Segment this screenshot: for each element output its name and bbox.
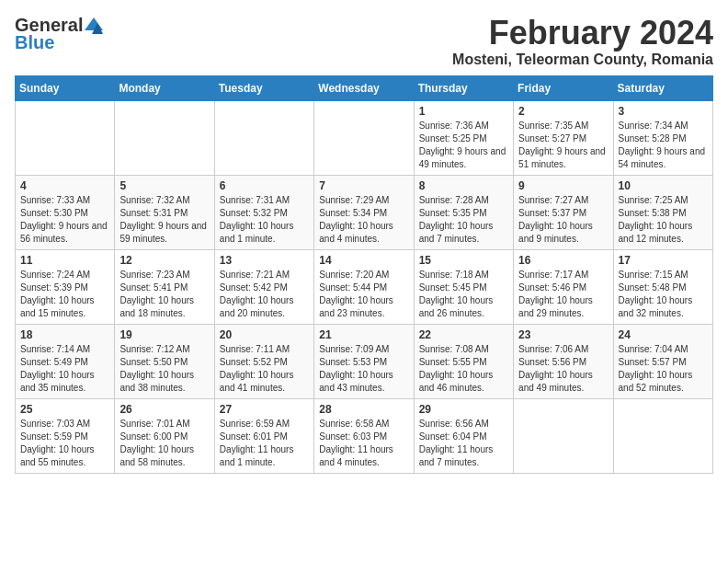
weekday-header-saturday: Saturday	[613, 75, 712, 100]
calendar-cell: 7Sunrise: 7:29 AM Sunset: 5:34 PM Daylig…	[314, 175, 414, 249]
day-info: Sunrise: 6:58 AM Sunset: 6:03 PM Dayligh…	[319, 418, 408, 469]
day-info: Sunrise: 7:04 AM Sunset: 5:57 PM Dayligh…	[619, 343, 708, 395]
day-number: 16	[518, 254, 608, 267]
day-info: Sunrise: 7:14 AM Sunset: 5:49 PM Dayligh…	[20, 343, 109, 395]
day-info: Sunrise: 6:59 AM Sunset: 6:01 PM Dayligh…	[220, 418, 309, 469]
title-block: February 2024 Mosteni, Teleorman County,…	[452, 15, 713, 68]
svg-marker-0	[85, 17, 103, 30]
day-info: Sunrise: 7:36 AM Sunset: 5:25 PM Dayligh…	[419, 120, 508, 171]
calendar-cell: 25Sunrise: 7:03 AM Sunset: 5:59 PM Dayli…	[16, 398, 115, 473]
calendar-cell: 19Sunrise: 7:12 AM Sunset: 5:50 PM Dayli…	[115, 324, 214, 398]
day-number: 2	[518, 105, 608, 118]
calendar-week-5: 25Sunrise: 7:03 AM Sunset: 5:59 PM Dayli…	[16, 398, 713, 473]
day-info: Sunrise: 7:28 AM Sunset: 5:35 PM Dayligh…	[419, 194, 508, 246]
day-number: 5	[119, 179, 209, 192]
day-number: 21	[319, 328, 408, 341]
calendar-cell	[514, 398, 613, 473]
day-number: 18	[20, 328, 109, 341]
calendar-cell	[16, 100, 115, 175]
weekday-header-tuesday: Tuesday	[214, 75, 313, 100]
calendar-week-2: 4Sunrise: 7:33 AM Sunset: 5:30 PM Daylig…	[16, 175, 713, 249]
day-info: Sunrise: 7:15 AM Sunset: 5:48 PM Dayligh…	[619, 269, 708, 320]
weekday-header-thursday: Thursday	[414, 75, 513, 100]
day-number: 10	[619, 179, 708, 192]
calendar-week-4: 18Sunrise: 7:14 AM Sunset: 5:49 PM Dayli…	[16, 324, 713, 398]
day-info: Sunrise: 7:20 AM Sunset: 5:44 PM Dayligh…	[319, 269, 408, 320]
day-number: 9	[518, 179, 608, 192]
calendar-cell: 5Sunrise: 7:32 AM Sunset: 5:31 PM Daylig…	[115, 175, 214, 249]
logo: General Blue	[15, 15, 105, 53]
calendar-cell: 13Sunrise: 7:21 AM Sunset: 5:42 PM Dayli…	[214, 249, 313, 324]
day-number: 28	[319, 403, 408, 416]
day-info: Sunrise: 7:03 AM Sunset: 5:59 PM Dayligh…	[20, 418, 109, 469]
calendar-header-row: SundayMondayTuesdayWednesdayThursdayFrid…	[16, 75, 713, 100]
calendar-cell	[214, 100, 313, 175]
calendar-cell: 11Sunrise: 7:24 AM Sunset: 5:39 PM Dayli…	[16, 249, 115, 324]
day-info: Sunrise: 7:23 AM Sunset: 5:41 PM Dayligh…	[119, 269, 209, 320]
calendar-cell: 12Sunrise: 7:23 AM Sunset: 5:41 PM Dayli…	[115, 249, 214, 324]
calendar-cell: 10Sunrise: 7:25 AM Sunset: 5:38 PM Dayli…	[613, 175, 712, 249]
calendar-cell: 9Sunrise: 7:27 AM Sunset: 5:37 PM Daylig…	[514, 175, 613, 249]
day-number: 3	[619, 105, 708, 118]
day-number: 13	[220, 254, 309, 267]
weekday-header-wednesday: Wednesday	[314, 75, 414, 100]
day-number: 4	[20, 179, 109, 192]
calendar-cell: 14Sunrise: 7:20 AM Sunset: 5:44 PM Dayli…	[314, 249, 414, 324]
day-info: Sunrise: 7:24 AM Sunset: 5:39 PM Dayligh…	[20, 269, 109, 320]
logo-blue: Blue	[15, 32, 54, 53]
day-info: Sunrise: 7:25 AM Sunset: 5:38 PM Dayligh…	[619, 194, 708, 246]
day-info: Sunrise: 7:01 AM Sunset: 6:00 PM Dayligh…	[119, 418, 209, 469]
day-number: 23	[518, 328, 608, 341]
calendar-cell: 6Sunrise: 7:31 AM Sunset: 5:32 PM Daylig…	[214, 175, 313, 249]
calendar-cell: 20Sunrise: 7:11 AM Sunset: 5:52 PM Dayli…	[214, 324, 313, 398]
calendar-cell: 28Sunrise: 6:58 AM Sunset: 6:03 PM Dayli…	[314, 398, 414, 473]
day-info: Sunrise: 7:29 AM Sunset: 5:34 PM Dayligh…	[319, 194, 408, 246]
calendar-cell: 8Sunrise: 7:28 AM Sunset: 5:35 PM Daylig…	[414, 175, 513, 249]
calendar-cell: 1Sunrise: 7:36 AM Sunset: 5:25 PM Daylig…	[414, 100, 513, 175]
day-info: Sunrise: 7:32 AM Sunset: 5:31 PM Dayligh…	[119, 194, 209, 246]
weekday-header-monday: Monday	[115, 75, 214, 100]
day-number: 25	[20, 403, 109, 416]
calendar-cell: 15Sunrise: 7:18 AM Sunset: 5:45 PM Dayli…	[414, 249, 513, 324]
day-info: Sunrise: 7:06 AM Sunset: 5:56 PM Dayligh…	[518, 343, 608, 395]
day-info: Sunrise: 7:33 AM Sunset: 5:30 PM Dayligh…	[20, 194, 109, 246]
weekday-header-friday: Friday	[514, 75, 613, 100]
day-info: Sunrise: 7:34 AM Sunset: 5:28 PM Dayligh…	[619, 120, 708, 171]
calendar-cell: 23Sunrise: 7:06 AM Sunset: 5:56 PM Dayli…	[514, 324, 613, 398]
day-number: 12	[119, 254, 209, 267]
day-number: 20	[220, 328, 309, 341]
day-number: 27	[220, 403, 309, 416]
day-info: Sunrise: 7:11 AM Sunset: 5:52 PM Dayligh…	[220, 343, 309, 395]
calendar-cell: 26Sunrise: 7:01 AM Sunset: 6:00 PM Dayli…	[115, 398, 214, 473]
calendar-cell	[314, 100, 414, 175]
calendar-cell: 29Sunrise: 6:56 AM Sunset: 6:04 PM Dayli…	[414, 398, 513, 473]
weekday-header-sunday: Sunday	[16, 75, 115, 100]
day-number: 11	[20, 254, 109, 267]
day-number: 7	[319, 179, 408, 192]
day-info: Sunrise: 7:12 AM Sunset: 5:50 PM Dayligh…	[119, 343, 209, 395]
day-info: Sunrise: 7:17 AM Sunset: 5:46 PM Dayligh…	[518, 269, 608, 320]
calendar-cell	[613, 398, 712, 473]
logo-icon	[85, 17, 103, 34]
day-info: Sunrise: 7:21 AM Sunset: 5:42 PM Dayligh…	[220, 269, 309, 320]
day-info: Sunrise: 7:35 AM Sunset: 5:27 PM Dayligh…	[518, 120, 608, 171]
calendar-week-1: 1Sunrise: 7:36 AM Sunset: 5:25 PM Daylig…	[16, 100, 713, 175]
day-number: 8	[419, 179, 508, 192]
calendar-cell: 18Sunrise: 7:14 AM Sunset: 5:49 PM Dayli…	[16, 324, 115, 398]
day-number: 6	[220, 179, 309, 192]
calendar-body: 1Sunrise: 7:36 AM Sunset: 5:25 PM Daylig…	[16, 100, 713, 473]
page-header: General Blue February 2024 Mosteni, Tele…	[15, 15, 713, 68]
calendar-cell: 22Sunrise: 7:08 AM Sunset: 5:55 PM Dayli…	[414, 324, 513, 398]
calendar-table: SundayMondayTuesdayWednesdayThursdayFrid…	[15, 75, 713, 474]
day-info: Sunrise: 7:31 AM Sunset: 5:32 PM Dayligh…	[220, 194, 309, 246]
calendar-week-3: 11Sunrise: 7:24 AM Sunset: 5:39 PM Dayli…	[16, 249, 713, 324]
calendar-cell: 27Sunrise: 6:59 AM Sunset: 6:01 PM Dayli…	[214, 398, 313, 473]
location-title: Mosteni, Teleorman County, Romania	[452, 52, 713, 68]
day-number: 1	[419, 105, 508, 118]
day-number: 26	[119, 403, 209, 416]
month-title: February 2024	[452, 15, 713, 52]
calendar-cell: 21Sunrise: 7:09 AM Sunset: 5:53 PM Dayli…	[314, 324, 414, 398]
day-number: 17	[619, 254, 708, 267]
day-number: 14	[319, 254, 408, 267]
day-info: Sunrise: 7:08 AM Sunset: 5:55 PM Dayligh…	[419, 343, 508, 395]
